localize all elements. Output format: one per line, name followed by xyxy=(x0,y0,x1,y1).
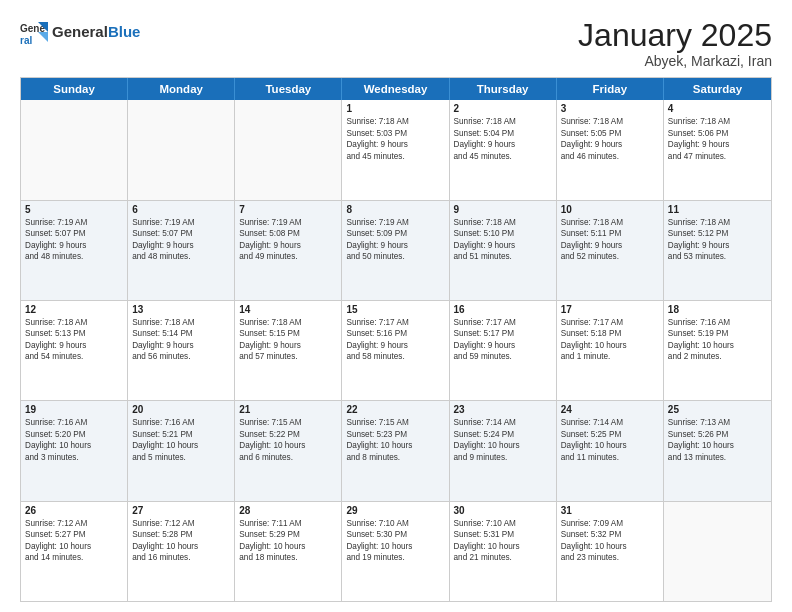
calendar-cell: 9Sunrise: 7:18 AMSunset: 5:10 PMDaylight… xyxy=(450,201,557,300)
cell-info: Sunrise: 7:15 AMSunset: 5:22 PMDaylight:… xyxy=(239,417,337,463)
day-number: 5 xyxy=(25,204,123,215)
day-number: 19 xyxy=(25,404,123,415)
cell-info: Sunrise: 7:19 AMSunset: 5:07 PMDaylight:… xyxy=(25,217,123,263)
cell-info: Sunrise: 7:09 AMSunset: 5:32 PMDaylight:… xyxy=(561,518,659,564)
svg-marker-3 xyxy=(38,32,48,42)
calendar-cell: 25Sunrise: 7:13 AMSunset: 5:26 PMDayligh… xyxy=(664,401,771,500)
logo-general: General xyxy=(52,23,108,40)
day-number: 7 xyxy=(239,204,337,215)
day-number: 15 xyxy=(346,304,444,315)
calendar-cell: 21Sunrise: 7:15 AMSunset: 5:22 PMDayligh… xyxy=(235,401,342,500)
cell-info: Sunrise: 7:15 AMSunset: 5:23 PMDaylight:… xyxy=(346,417,444,463)
day-number: 24 xyxy=(561,404,659,415)
calendar-body: 1Sunrise: 7:18 AMSunset: 5:03 PMDaylight… xyxy=(21,100,771,601)
day-number: 16 xyxy=(454,304,552,315)
header-day-thursday: Thursday xyxy=(450,78,557,100)
page: Gene ral GeneralBlue January 2025 Abyek,… xyxy=(0,0,792,612)
calendar-header: SundayMondayTuesdayWednesdayThursdayFrid… xyxy=(21,78,771,100)
day-number: 23 xyxy=(454,404,552,415)
calendar-cell: 10Sunrise: 7:18 AMSunset: 5:11 PMDayligh… xyxy=(557,201,664,300)
cell-info: Sunrise: 7:19 AMSunset: 5:07 PMDaylight:… xyxy=(132,217,230,263)
calendar-cell: 19Sunrise: 7:16 AMSunset: 5:20 PMDayligh… xyxy=(21,401,128,500)
calendar-cell: 1Sunrise: 7:18 AMSunset: 5:03 PMDaylight… xyxy=(342,100,449,199)
day-number: 6 xyxy=(132,204,230,215)
day-number: 12 xyxy=(25,304,123,315)
calendar-cell xyxy=(21,100,128,199)
day-number: 9 xyxy=(454,204,552,215)
cell-info: Sunrise: 7:18 AMSunset: 5:04 PMDaylight:… xyxy=(454,116,552,162)
calendar-cell: 12Sunrise: 7:18 AMSunset: 5:13 PMDayligh… xyxy=(21,301,128,400)
calendar-cell xyxy=(235,100,342,199)
calendar-cell: 27Sunrise: 7:12 AMSunset: 5:28 PMDayligh… xyxy=(128,502,235,601)
day-number: 8 xyxy=(346,204,444,215)
cell-info: Sunrise: 7:10 AMSunset: 5:31 PMDaylight:… xyxy=(454,518,552,564)
cell-info: Sunrise: 7:18 AMSunset: 5:03 PMDaylight:… xyxy=(346,116,444,162)
cell-info: Sunrise: 7:19 AMSunset: 5:08 PMDaylight:… xyxy=(239,217,337,263)
header: Gene ral GeneralBlue January 2025 Abyek,… xyxy=(20,18,772,69)
day-number: 31 xyxy=(561,505,659,516)
cell-info: Sunrise: 7:10 AMSunset: 5:30 PMDaylight:… xyxy=(346,518,444,564)
cell-info: Sunrise: 7:11 AMSunset: 5:29 PMDaylight:… xyxy=(239,518,337,564)
calendar-cell: 6Sunrise: 7:19 AMSunset: 5:07 PMDaylight… xyxy=(128,201,235,300)
calendar-cell xyxy=(128,100,235,199)
calendar-week-1: 1Sunrise: 7:18 AMSunset: 5:03 PMDaylight… xyxy=(21,100,771,200)
header-day-wednesday: Wednesday xyxy=(342,78,449,100)
header-day-saturday: Saturday xyxy=(664,78,771,100)
cell-info: Sunrise: 7:16 AMSunset: 5:21 PMDaylight:… xyxy=(132,417,230,463)
logo-icon: Gene ral xyxy=(20,18,48,46)
cell-info: Sunrise: 7:14 AMSunset: 5:24 PMDaylight:… xyxy=(454,417,552,463)
calendar-cell: 18Sunrise: 7:16 AMSunset: 5:19 PMDayligh… xyxy=(664,301,771,400)
cell-info: Sunrise: 7:12 AMSunset: 5:27 PMDaylight:… xyxy=(25,518,123,564)
calendar-cell: 16Sunrise: 7:17 AMSunset: 5:17 PMDayligh… xyxy=(450,301,557,400)
cell-info: Sunrise: 7:18 AMSunset: 5:06 PMDaylight:… xyxy=(668,116,767,162)
calendar-week-2: 5Sunrise: 7:19 AMSunset: 5:07 PMDaylight… xyxy=(21,201,771,301)
day-number: 25 xyxy=(668,404,767,415)
cell-info: Sunrise: 7:12 AMSunset: 5:28 PMDaylight:… xyxy=(132,518,230,564)
day-number: 30 xyxy=(454,505,552,516)
cell-info: Sunrise: 7:16 AMSunset: 5:20 PMDaylight:… xyxy=(25,417,123,463)
calendar-cell: 15Sunrise: 7:17 AMSunset: 5:16 PMDayligh… xyxy=(342,301,449,400)
cell-info: Sunrise: 7:18 AMSunset: 5:12 PMDaylight:… xyxy=(668,217,767,263)
calendar-cell: 22Sunrise: 7:15 AMSunset: 5:23 PMDayligh… xyxy=(342,401,449,500)
calendar-week-4: 19Sunrise: 7:16 AMSunset: 5:20 PMDayligh… xyxy=(21,401,771,501)
calendar-cell: 26Sunrise: 7:12 AMSunset: 5:27 PMDayligh… xyxy=(21,502,128,601)
calendar-week-3: 12Sunrise: 7:18 AMSunset: 5:13 PMDayligh… xyxy=(21,301,771,401)
day-number: 18 xyxy=(668,304,767,315)
calendar-cell: 4Sunrise: 7:18 AMSunset: 5:06 PMDaylight… xyxy=(664,100,771,199)
cell-info: Sunrise: 7:14 AMSunset: 5:25 PMDaylight:… xyxy=(561,417,659,463)
calendar-cell xyxy=(664,502,771,601)
calendar: SundayMondayTuesdayWednesdayThursdayFrid… xyxy=(20,77,772,602)
cell-info: Sunrise: 7:17 AMSunset: 5:18 PMDaylight:… xyxy=(561,317,659,363)
title-block: January 2025 Abyek, Markazi, Iran xyxy=(578,18,772,69)
header-day-sunday: Sunday xyxy=(21,78,128,100)
day-number: 20 xyxy=(132,404,230,415)
day-number: 11 xyxy=(668,204,767,215)
calendar-cell: 30Sunrise: 7:10 AMSunset: 5:31 PMDayligh… xyxy=(450,502,557,601)
header-day-tuesday: Tuesday xyxy=(235,78,342,100)
calendar-cell: 2Sunrise: 7:18 AMSunset: 5:04 PMDaylight… xyxy=(450,100,557,199)
day-number: 21 xyxy=(239,404,337,415)
calendar-cell: 24Sunrise: 7:14 AMSunset: 5:25 PMDayligh… xyxy=(557,401,664,500)
calendar-week-5: 26Sunrise: 7:12 AMSunset: 5:27 PMDayligh… xyxy=(21,502,771,601)
day-number: 28 xyxy=(239,505,337,516)
calendar-cell: 28Sunrise: 7:11 AMSunset: 5:29 PMDayligh… xyxy=(235,502,342,601)
logo-text: GeneralBlue xyxy=(52,24,140,41)
day-number: 14 xyxy=(239,304,337,315)
cell-info: Sunrise: 7:18 AMSunset: 5:10 PMDaylight:… xyxy=(454,217,552,263)
day-number: 2 xyxy=(454,103,552,114)
cell-info: Sunrise: 7:17 AMSunset: 5:17 PMDaylight:… xyxy=(454,317,552,363)
day-number: 13 xyxy=(132,304,230,315)
cell-info: Sunrise: 7:13 AMSunset: 5:26 PMDaylight:… xyxy=(668,417,767,463)
calendar-cell: 17Sunrise: 7:17 AMSunset: 5:18 PMDayligh… xyxy=(557,301,664,400)
day-number: 1 xyxy=(346,103,444,114)
day-number: 29 xyxy=(346,505,444,516)
month-title: January 2025 xyxy=(578,18,772,53)
calendar-cell: 5Sunrise: 7:19 AMSunset: 5:07 PMDaylight… xyxy=(21,201,128,300)
cell-info: Sunrise: 7:17 AMSunset: 5:16 PMDaylight:… xyxy=(346,317,444,363)
header-day-friday: Friday xyxy=(557,78,664,100)
day-number: 3 xyxy=(561,103,659,114)
calendar-cell: 23Sunrise: 7:14 AMSunset: 5:24 PMDayligh… xyxy=(450,401,557,500)
calendar-cell: 8Sunrise: 7:19 AMSunset: 5:09 PMDaylight… xyxy=(342,201,449,300)
cell-info: Sunrise: 7:19 AMSunset: 5:09 PMDaylight:… xyxy=(346,217,444,263)
cell-info: Sunrise: 7:16 AMSunset: 5:19 PMDaylight:… xyxy=(668,317,767,363)
